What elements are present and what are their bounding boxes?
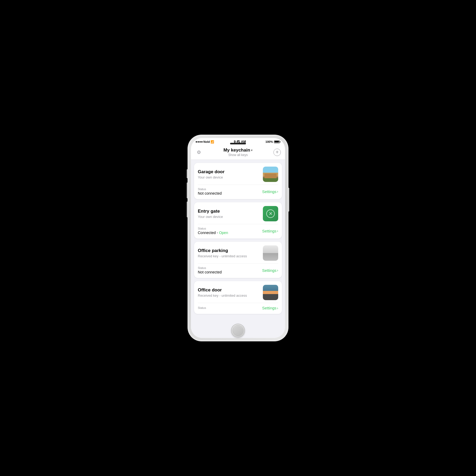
status-value-parking: Not connected [198, 270, 222, 274]
header-title: My keychain ▾ [223, 148, 253, 153]
key-card-bottom-office: Status Settings › [194, 303, 282, 314]
key-name-parking: Office parking [198, 248, 263, 253]
settings-label-office: Settings [262, 306, 276, 310]
key-status-parking: Status Not connected [198, 266, 222, 274]
status-label-entry: Status [198, 227, 228, 230]
settings-label-garage: Settings [262, 189, 276, 194]
header-subtitle: Show all keys [223, 153, 253, 157]
key-card-top-entry: Entry gate Your own device ✕ [194, 202, 282, 224]
key-card-bottom-parking: Status Not connected Settings › [194, 264, 282, 278]
dash-separator: - [216, 231, 219, 235]
screen-bezel: Nold 📶 9:41 AM 100% ⚙ [191, 138, 285, 338]
mute-button[interactable] [187, 169, 188, 178]
key-status-office: Status [198, 306, 206, 310]
key-card-garage-door: Garage door Your own device Status Not c… [194, 163, 282, 199]
settings-chevron-parking: › [277, 268, 278, 272]
keys-list: Garage door Your own device Status Not c… [191, 160, 285, 338]
key-name-entry: Entry gate [198, 209, 263, 214]
key-card-bottom-entry: Status Connected - Open Settings › [194, 224, 282, 239]
connected-text: Connected [198, 231, 216, 235]
key-card-top-office: Office door Received key - unlimited acc… [194, 281, 282, 303]
key-image-entry: ✕ [263, 206, 278, 221]
key-sub-office: Received key - unlimited access [198, 294, 263, 298]
key-name-garage: Garage door [198, 169, 263, 175]
screen-content: Nold 📶 9:41 AM 100% ⚙ [191, 138, 285, 338]
power-button[interactable] [288, 188, 289, 212]
home-button-inner [233, 325, 243, 336]
key-name-office: Office door [198, 287, 263, 293]
status-label-parking: Status [198, 266, 222, 269]
settings-chevron-office: › [277, 306, 278, 310]
status-label-office: Status [198, 306, 206, 309]
key-card-top-parking: Office parking Received key - unlimited … [194, 242, 282, 263]
settings-label-parking: Settings [262, 268, 276, 273]
entry-x-icon: ✕ [266, 209, 275, 218]
keychain-title: My keychain [223, 148, 250, 153]
key-info-garage: Garage door Your own device [198, 169, 263, 179]
status-value-garage: Not connected [198, 191, 222, 195]
key-status-garage: Status Not connected [198, 187, 222, 195]
header-center: My keychain ▾ Show all keys [223, 148, 253, 157]
status-label-garage: Status [198, 187, 222, 191]
settings-gear-button[interactable]: ⚙ [195, 149, 203, 156]
volume-down-button[interactable] [187, 202, 188, 217]
top-notch [191, 138, 285, 144]
settings-button-entry[interactable]: Settings › [262, 229, 278, 233]
key-card-office-door: Office door Received key - unlimited acc… [194, 281, 282, 314]
key-status-entry: Status Connected - Open [198, 227, 228, 235]
add-key-button[interactable]: + [273, 149, 281, 156]
key-sub-parking: Received key - unlimited access [198, 254, 263, 258]
key-image-garage [263, 167, 278, 182]
key-sub-entry: Your own device [198, 215, 263, 219]
volume-up-button[interactable] [187, 182, 188, 198]
settings-button-garage[interactable]: Settings › [262, 189, 278, 194]
home-button[interactable] [231, 324, 245, 337]
key-image-parking [263, 245, 278, 261]
key-info-parking: Office parking Received key - unlimited … [198, 248, 263, 258]
settings-button-office[interactable]: Settings › [262, 306, 278, 310]
key-card-office-parking: Office parking Received key - unlimited … [194, 242, 282, 278]
speaker-ear [230, 143, 246, 144]
key-card-bottom-garage: Status Not connected Settings › [194, 185, 282, 199]
key-image-office [263, 285, 278, 300]
app-header: ⚙ My keychain ▾ Show all keys + [191, 145, 285, 160]
key-info-entry: Entry gate Your own device [198, 209, 263, 219]
settings-chevron-garage: › [277, 189, 278, 194]
key-card-top-garage: Garage door Your own device [194, 163, 282, 185]
open-text: Open [219, 231, 228, 235]
key-card-entry-gate: Entry gate Your own device ✕ Status Conn… [194, 202, 282, 239]
settings-chevron-entry: › [277, 229, 278, 233]
phone-shell: Nold 📶 9:41 AM 100% ⚙ [188, 135, 288, 341]
key-info-office: Office door Received key - unlimited acc… [198, 287, 263, 298]
key-sub-garage: Your own device [198, 175, 263, 179]
settings-label-entry: Settings [262, 229, 276, 233]
settings-button-parking[interactable]: Settings › [262, 268, 278, 273]
title-chevron-icon: ▾ [251, 149, 253, 152]
camera-dot [237, 140, 239, 142]
status-value-entry: Connected - Open [198, 231, 228, 235]
